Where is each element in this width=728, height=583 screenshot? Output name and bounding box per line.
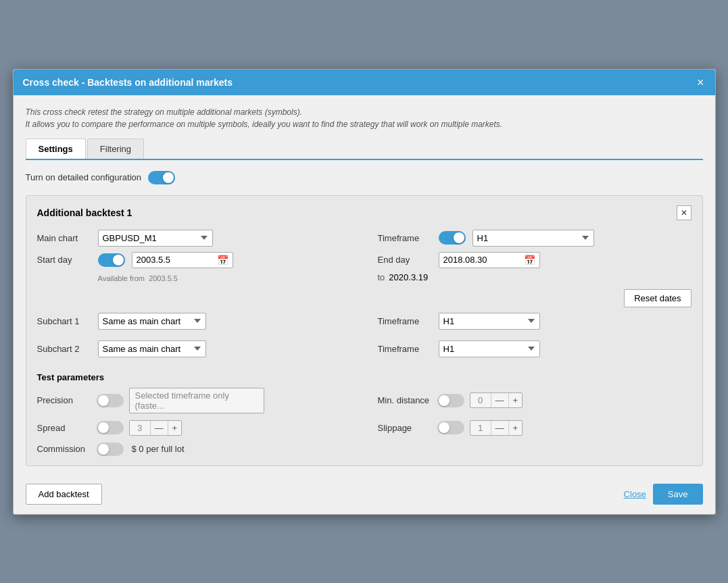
subchart2-area: Subchart 2 Same as main chart EURUSD_M1 …	[37, 340, 691, 357]
slippage-row: Slippage 1 — +	[378, 420, 691, 436]
start-day-calendar-icon[interactable]: 📅	[217, 255, 228, 265]
params-grid: Precision Selected timeframe only (faste…	[37, 388, 691, 456]
subchart2-tf-label: Timeframe	[378, 344, 432, 354]
add-backtest-button[interactable]: Add backtest	[26, 484, 102, 505]
subchart1-label: Subchart 1	[37, 316, 91, 326]
min-distance-increment[interactable]: +	[508, 393, 523, 407]
timeframe-toggle[interactable]	[439, 231, 466, 245]
slippage-label: Slippage	[378, 423, 432, 433]
backtest-card-close-button[interactable]: ✕	[677, 205, 691, 220]
main-chart-label: Main chart	[37, 233, 91, 243]
save-button[interactable]: Save	[653, 484, 703, 505]
main-chart-select[interactable]: GBPUSD_M1 EURUSD_M1 USDJPY_M1	[98, 230, 213, 247]
available-from-text: Available from 2003.5.5	[98, 274, 351, 282]
min-distance-stepper: 0 — +	[470, 392, 523, 408]
tab-settings[interactable]: Settings	[26, 138, 86, 159]
slippage-value: 1	[470, 421, 491, 435]
commission-toggle-slider	[97, 442, 124, 456]
dialog-close-button[interactable]: ×	[696, 76, 706, 88]
min-distance-toggle[interactable]	[437, 394, 464, 407]
slippage-toggle[interactable]	[437, 421, 464, 434]
end-day-col: End day 📅 to 2020.3.19 Reset dates	[378, 252, 691, 307]
close-link-button[interactable]: Close	[624, 489, 646, 499]
spread-decrement[interactable]: —	[150, 421, 168, 435]
subchart1-tf-row: Timeframe H1M1M5M15M30H4D1	[378, 313, 691, 330]
timeframe-toggle-knob	[454, 232, 464, 243]
commission-toggle[interactable]	[97, 442, 124, 456]
backtest-card-title: Additional backtest 1	[37, 207, 132, 218]
slippage-toggle-slider	[437, 421, 464, 434]
detail-config-label: Turn on detailed configuration	[26, 172, 142, 182]
to-label: to	[378, 272, 385, 282]
subchart1-tf-select[interactable]: H1M1M5M15M30H4D1	[439, 313, 540, 330]
min-distance-row: Min. distance 0 — +	[378, 388, 691, 413]
tab-filtering[interactable]: Filtering	[87, 138, 144, 159]
subchart1-area: Subchart 1 Same as main chart EURUSD_M1 …	[37, 313, 691, 330]
precision-toggle-slider	[97, 394, 124, 407]
detail-config-toggle-row: Turn on detailed configuration	[26, 168, 703, 187]
commission-value: $ 0 per full lot	[132, 444, 185, 454]
subchart1-row: Subchart 1 Same as main chart EURUSD_M1	[37, 313, 351, 330]
backtest-card-header: Additional backtest 1 ✕	[37, 205, 691, 220]
min-distance-decrement[interactable]: —	[491, 393, 508, 407]
timeframe-select[interactable]: H1M1M5M15M30H4D1	[472, 230, 594, 247]
min-distance-label: Min. distance	[378, 395, 432, 405]
spread-increment[interactable]: +	[168, 421, 182, 435]
start-day-label: Start day	[37, 255, 91, 265]
start-day-toggle-knob	[113, 255, 124, 265]
description-line2: It allows you to compare the performance…	[26, 118, 703, 130]
commission-row: Commission $ 0 per full lot	[37, 442, 351, 456]
description-line1: This cross check retest the strategy on …	[26, 106, 703, 118]
subchart1-select[interactable]: Same as main chart EURUSD_M1	[98, 313, 206, 330]
min-distance-toggle-slider	[437, 394, 464, 407]
start-day-input[interactable]	[137, 255, 214, 265]
subchart1-tf-label: Timeframe	[378, 316, 432, 326]
footer-right: Close Save	[624, 484, 703, 505]
end-day-label: End day	[378, 255, 432, 265]
test-params-title: Test parameters	[37, 372, 691, 382]
end-day-bottom: to 2020.3.19	[378, 272, 691, 282]
timeframe-toggle-slider	[439, 231, 466, 245]
min-distance-value: 0	[470, 393, 491, 407]
end-day-input-wrap: 📅	[439, 252, 540, 268]
toggle-slider	[148, 171, 175, 184]
min-distance-toggle-knob	[439, 395, 450, 406]
end-date-max: 2020.3.19	[389, 272, 428, 282]
start-day-toggle[interactable]	[98, 253, 125, 267]
dialog: Cross check - Backtests on additional ma…	[13, 69, 716, 515]
precision-toggle[interactable]	[97, 394, 124, 407]
precision-label: Precision	[37, 395, 91, 405]
end-day-row: End day 📅	[378, 252, 691, 268]
spread-toggle-knob	[98, 422, 109, 433]
slippage-decrement[interactable]: —	[491, 421, 508, 435]
start-day-toggle-slider	[98, 253, 125, 267]
timeframe-label: Timeframe	[378, 233, 432, 243]
start-day-input-wrap: 📅	[132, 252, 233, 268]
spread-label: Spread	[37, 423, 91, 433]
timeframe-row: Timeframe H1M1M5M15M30H4D1	[378, 230, 691, 247]
detail-config-toggle[interactable]	[148, 171, 175, 184]
main-tf-area: Main chart GBPUSD_M1 EURUSD_M1 USDJPY_M1…	[37, 230, 691, 247]
spread-stepper: 3 — +	[129, 420, 183, 436]
dialog-description: This cross check retest the strategy on …	[26, 106, 703, 130]
commission-label: Commission	[37, 444, 91, 454]
spread-value: 3	[130, 421, 150, 435]
slippage-toggle-knob	[439, 422, 450, 433]
subchart2-tf-row: Timeframe H1M1M5M15M30H4D1	[378, 340, 691, 357]
precision-toggle-knob	[98, 395, 109, 406]
reset-dates-button[interactable]: Reset dates	[624, 289, 691, 307]
dialog-body: This cross check retest the strategy on …	[14, 95, 715, 477]
spread-toggle[interactable]	[97, 421, 124, 434]
spread-toggle-slider	[97, 421, 124, 434]
end-day-input[interactable]	[443, 255, 521, 265]
tabs-bar: Settings Filtering	[26, 138, 703, 160]
subchart2-select[interactable]: Same as main chart EURUSD_M1	[98, 340, 206, 357]
dialog-title: Cross check - Backtests on additional ma…	[23, 77, 233, 88]
precision-input: Selected timeframe only (faste...	[129, 388, 264, 413]
slippage-increment[interactable]: +	[508, 421, 523, 435]
precision-row: Precision Selected timeframe only (faste…	[37, 388, 351, 413]
main-chart-row: Main chart GBPUSD_M1 EURUSD_M1 USDJPY_M1	[37, 230, 351, 247]
dialog-header: Cross check - Backtests on additional ma…	[14, 70, 715, 95]
end-day-calendar-icon[interactable]: 📅	[524, 255, 535, 265]
subchart2-tf-select[interactable]: H1M1M5M15M30H4D1	[439, 340, 540, 357]
